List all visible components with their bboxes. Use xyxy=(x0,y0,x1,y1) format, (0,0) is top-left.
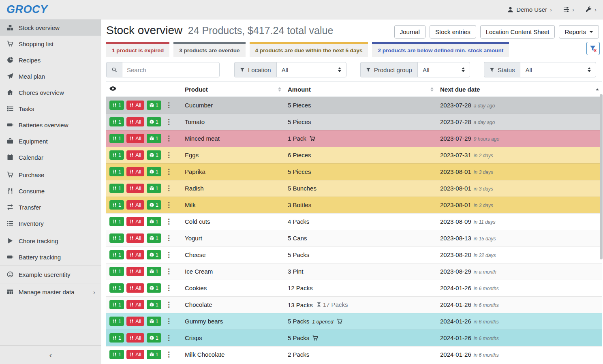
consume-all-button[interactable]: All xyxy=(126,283,144,293)
sidebar-collapse-button[interactable]: ‹ xyxy=(0,345,101,364)
banner-due-soon[interactable]: 4 products are due within the next 5 day… xyxy=(250,42,368,57)
consume-one-button[interactable]: 1 xyxy=(109,217,124,226)
journal-button[interactable]: Journal xyxy=(394,25,426,39)
column-header-amount[interactable]: Amount xyxy=(284,82,437,97)
product-group-filter-select[interactable]: All xyxy=(417,62,470,77)
consume-one-button[interactable]: 1 xyxy=(109,184,124,193)
open-one-button[interactable]: 1 xyxy=(147,217,161,226)
app-logo[interactable]: GROCY xyxy=(6,3,48,16)
stock-entries-button[interactable]: Stock entries xyxy=(430,25,476,39)
sidebar-item-meal-plan[interactable]: Meal plan xyxy=(0,68,101,84)
row-menu-icon[interactable]: ⋮ xyxy=(164,135,174,142)
sidebar-item-stock-overview[interactable]: Stock overview xyxy=(0,19,101,36)
consume-all-button[interactable]: All xyxy=(126,200,144,210)
row-menu-icon[interactable]: ⋮ xyxy=(164,201,174,208)
consume-all-button[interactable]: All xyxy=(126,101,144,110)
sidebar-item-inventory[interactable]: Inventory xyxy=(0,215,101,231)
eye-icon[interactable] xyxy=(109,85,116,92)
consume-one-button[interactable]: 1 xyxy=(109,250,124,259)
row-menu-icon[interactable]: ⋮ xyxy=(164,268,174,275)
row-menu-icon[interactable]: ⋮ xyxy=(164,218,174,225)
scrollbar-thumb[interactable] xyxy=(600,94,603,259)
banner-expired[interactable]: 1 product is expired xyxy=(106,42,169,57)
consume-all-button[interactable]: All xyxy=(126,250,144,259)
column-header-product[interactable]: Product xyxy=(182,82,284,97)
row-menu-icon[interactable]: ⋮ xyxy=(164,235,174,242)
banner-overdue[interactable]: 3 products are overdue xyxy=(173,42,245,57)
sidebar-item-manage-master-data[interactable]: Manage master data › xyxy=(0,284,101,300)
sidebar-item-chores-overview[interactable]: Chores overview xyxy=(0,84,101,101)
row-menu-icon[interactable]: ⋮ xyxy=(164,152,174,158)
sidebar-item-chore-tracking[interactable]: Chore tracking xyxy=(0,233,101,249)
consume-one-button[interactable]: 1 xyxy=(109,134,124,143)
column-header-next-due-date[interactable]: Next due date xyxy=(437,82,602,97)
consume-all-button[interactable]: All xyxy=(126,150,144,160)
row-menu-icon[interactable]: ⋮ xyxy=(164,102,174,109)
consume-one-button[interactable]: 1 xyxy=(109,267,124,276)
settings-menu[interactable]: › xyxy=(563,6,574,13)
sidebar-item-transfer[interactable]: Transfer xyxy=(0,199,101,215)
column-header-visibility[interactable] xyxy=(106,82,182,97)
consume-one-button[interactable]: 1 xyxy=(109,200,124,210)
consume-all-button[interactable]: All xyxy=(126,350,144,359)
open-one-button[interactable]: 1 xyxy=(147,117,161,126)
reports-dropdown-button[interactable]: Reports xyxy=(559,25,599,39)
open-one-button[interactable]: 1 xyxy=(147,134,161,143)
consume-all-button[interactable]: All xyxy=(126,333,144,343)
row-menu-icon[interactable]: ⋮ xyxy=(164,168,174,175)
consume-one-button[interactable]: 1 xyxy=(109,333,124,343)
open-one-button[interactable]: 1 xyxy=(147,184,161,193)
user-menu[interactable]: Demo User › xyxy=(507,6,552,13)
sidebar-item-consume[interactable]: Consume xyxy=(0,183,101,199)
consume-one-button[interactable]: 1 xyxy=(109,233,124,243)
consume-one-button[interactable]: 1 xyxy=(109,117,124,126)
row-menu-icon[interactable]: ⋮ xyxy=(164,351,174,358)
consume-one-button[interactable]: 1 xyxy=(109,300,124,309)
sidebar-item-batteries-overview[interactable]: Batteries overview xyxy=(0,117,101,133)
consume-all-button[interactable]: All xyxy=(126,233,144,243)
open-one-button[interactable]: 1 xyxy=(147,317,161,326)
admin-menu[interactable]: › xyxy=(586,6,597,13)
consume-all-button[interactable]: All xyxy=(126,117,144,126)
consume-all-button[interactable]: All xyxy=(126,300,144,309)
open-one-button[interactable]: 1 xyxy=(147,167,161,176)
open-one-button[interactable]: 1 xyxy=(147,283,161,293)
row-menu-icon[interactable]: ⋮ xyxy=(164,185,174,192)
consume-all-button[interactable]: All xyxy=(126,134,144,143)
open-one-button[interactable]: 1 xyxy=(147,101,161,110)
search-input[interactable] xyxy=(122,62,220,77)
sidebar-item-tasks[interactable]: Tasks xyxy=(0,101,101,117)
consume-all-button[interactable]: All xyxy=(126,317,144,326)
consume-one-button[interactable]: 1 xyxy=(109,350,124,359)
open-one-button[interactable]: 1 xyxy=(147,200,161,210)
status-filter-select[interactable]: All xyxy=(520,62,596,77)
consume-one-button[interactable]: 1 xyxy=(109,317,124,326)
open-one-button[interactable]: 1 xyxy=(147,150,161,160)
clear-filters-button[interactable] xyxy=(586,42,600,55)
open-one-button[interactable]: 1 xyxy=(147,250,161,259)
sidebar-item-equipment[interactable]: Equipment xyxy=(0,133,101,149)
open-one-button[interactable]: 1 xyxy=(147,233,161,243)
row-menu-icon[interactable]: ⋮ xyxy=(164,118,174,125)
open-one-button[interactable]: 1 xyxy=(147,350,161,359)
open-one-button[interactable]: 1 xyxy=(147,300,161,309)
sidebar-item-example-userentity[interactable]: Example userentity xyxy=(0,266,101,283)
consume-all-button[interactable]: All xyxy=(126,167,144,176)
open-one-button[interactable]: 1 xyxy=(147,333,161,343)
consume-one-button[interactable]: 1 xyxy=(109,283,124,293)
row-menu-icon[interactable]: ⋮ xyxy=(164,285,174,291)
sidebar-item-calendar[interactable]: Calendar xyxy=(0,149,101,165)
consume-all-button[interactable]: All xyxy=(126,217,144,226)
consume-all-button[interactable]: All xyxy=(126,184,144,193)
row-menu-icon[interactable]: ⋮ xyxy=(164,301,174,308)
location-filter-select[interactable]: All xyxy=(276,62,346,77)
consume-all-button[interactable]: All xyxy=(126,267,144,276)
banner-below-min-stock[interactable]: 2 products are below defined min. stock … xyxy=(372,42,509,57)
row-menu-icon[interactable]: ⋮ xyxy=(164,334,174,341)
consume-one-button[interactable]: 1 xyxy=(109,167,124,176)
row-menu-icon[interactable]: ⋮ xyxy=(164,251,174,258)
sidebar-item-purchase[interactable]: Purchase xyxy=(0,167,101,183)
open-one-button[interactable]: 1 xyxy=(147,267,161,276)
row-menu-icon[interactable]: ⋮ xyxy=(164,318,174,325)
consume-one-button[interactable]: 1 xyxy=(109,150,124,160)
